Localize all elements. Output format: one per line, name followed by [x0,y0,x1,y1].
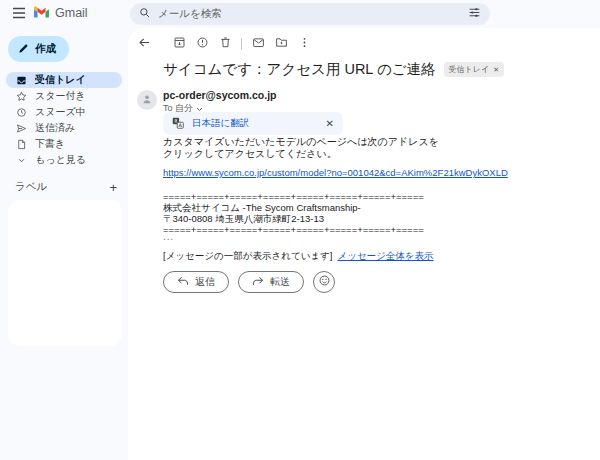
trimmed-message-row: [メッセージの一部が表示されています] メッセージ全体を表示 [163,250,434,263]
more-vertical-icon [298,36,311,52]
inbox-icon [15,74,27,86]
report-spam-button[interactable] [194,36,210,52]
remove-label-button[interactable]: ✕ [493,66,499,73]
sidebar-item-label: スヌーズ中 [35,105,86,119]
sidebar-item-label: スター付き [35,89,86,103]
trash-icon [219,36,232,52]
sidebar-item-more[interactable]: もっと見る [6,152,122,168]
inbox-label-badge: 受信トレイ ✕ [444,62,504,77]
signature-separator: =====+=====+=====+=====+=====+=====+====… [163,191,424,202]
signature-company: 株式会社サイコム -The Sycom Craftsmanship- [163,202,424,213]
reply-arrow-icon [177,276,189,288]
top-bar: Gmail メールを検索 [0,0,600,28]
forward-button[interactable]: 転送 [238,271,304,293]
signature-address: 〒340-0808 埼玉県八潮市緑町2-13-13 [163,213,424,224]
search-bar[interactable]: メールを検索 [130,3,490,25]
envelope-icon [252,36,265,52]
star-icon [15,90,27,102]
sidebar-item-drafts[interactable]: 下書き [6,136,122,152]
reply-label: 返信 [195,275,215,289]
mark-unread-button[interactable] [250,36,266,52]
toolbar-divider [241,38,242,50]
clock-icon [15,106,27,118]
gmail-logo[interactable]: Gmail [33,4,88,22]
custom-model-url-link[interactable]: https://www.sycom.co.jp/custom/model?no=… [163,167,508,178]
sidebar-nav: 受信トレイ スター付き スヌーズ中 送信済み [0,72,128,168]
search-input[interactable]: メールを検索 [158,7,468,21]
sender-email: pc-order@sycom.co.jp [163,89,277,101]
subject-row: サイコムです：アクセス用 URL のご連絡 受信トレイ ✕ [163,60,504,79]
send-icon [15,122,27,134]
reply-actions: 返信 転送 [163,271,335,293]
sidebar-item-label: もっと見る [35,153,86,167]
email-subject: サイコムです：アクセス用 URL のご連絡 [163,60,436,79]
archive-icon [173,36,186,52]
gmail-app: Gmail メールを検索 [0,0,600,460]
forward-label: 転送 [270,275,290,289]
main-menu-button[interactable] [11,7,27,21]
search-options-button[interactable] [468,6,481,22]
more-options-button[interactable] [296,36,312,52]
archive-button[interactable] [171,36,187,52]
message-toolbar [136,36,312,52]
body-text-line2: クリックしてアクセスしてください。 [163,147,337,161]
view-entire-message-link[interactable]: メッセージ全体を表示 [337,250,433,263]
translate-link[interactable]: 日本語に翻訳 [192,117,249,130]
sidebar-item-sent[interactable]: 送信済み [6,120,122,136]
show-trimmed-content-button[interactable]: ... [163,231,174,242]
sidebar-item-label: 送信済み [35,121,75,135]
translate-bar: 日本語に翻訳 ✕ [163,112,343,135]
sidebar-item-label: 下書き [35,137,65,151]
gmail-wordmark: Gmail [55,6,88,20]
person-icon [141,91,153,109]
tune-icon [468,6,481,22]
sidebar-item-snoozed[interactable]: スヌーズ中 [6,104,122,120]
forward-arrow-icon [252,276,264,288]
sender-avatar[interactable] [137,90,157,110]
create-label-button[interactable]: + [109,181,117,194]
delete-button[interactable] [217,36,233,52]
badge-label: 受信トレイ [449,64,490,75]
draft-icon [15,138,27,150]
folder-icon [275,36,288,52]
pencil-icon [18,43,29,56]
reply-button[interactable]: 返信 [163,271,229,293]
move-to-button[interactable] [273,36,289,52]
back-button[interactable] [136,36,152,52]
search-icon [139,5,151,23]
trimmed-note: [メッセージの一部が表示されています] [163,250,332,263]
sidebar-item-starred[interactable]: スター付き [6,88,122,104]
email-view: サイコムです：アクセス用 URL のご連絡 受信トレイ ✕ pc-order@s… [128,28,600,460]
signature-separator: =====+=====+=====+=====+=====+=====+====… [163,224,424,235]
chevron-down-icon [15,154,27,166]
labels-title: ラベル [15,180,47,194]
emoji-smile-icon [318,274,331,290]
compose-button[interactable]: 作成 [8,36,69,62]
sidebar: 作成 受信トレイ スター付き スヌーズ中 [0,28,128,460]
add-reaction-button[interactable] [313,271,335,293]
translate-icon [172,115,184,133]
hamburger-icon [12,7,26,22]
labels-header: ラベル + [15,180,117,194]
labels-empty-card [8,200,122,346]
back-arrow-icon [138,36,151,52]
sidebar-item-label: 受信トレイ [35,73,86,87]
report-spam-icon [196,36,209,52]
translate-close-button[interactable]: ✕ [326,119,334,129]
compose-label: 作成 [35,42,56,56]
sidebar-item-inbox[interactable]: 受信トレイ [6,72,122,88]
gmail-m-icon [33,4,50,22]
signature-block: =====+=====+=====+=====+=====+=====+====… [163,191,424,235]
